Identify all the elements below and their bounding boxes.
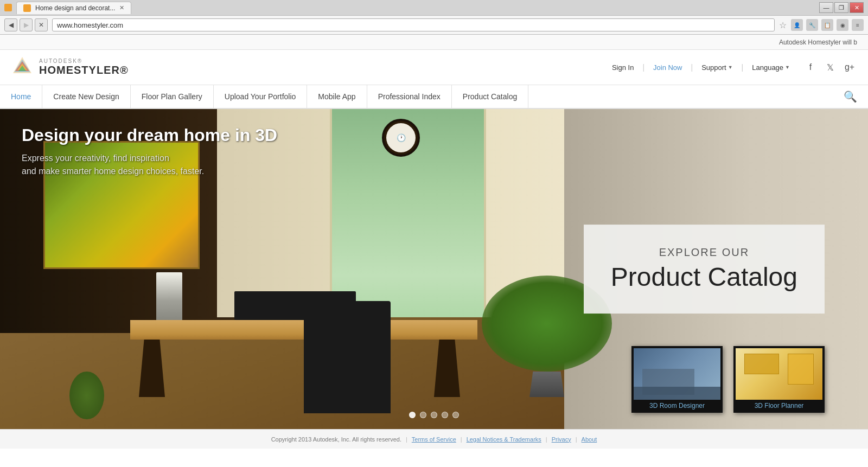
join-now-link[interactable]: Join Now <box>653 63 682 72</box>
dot-1[interactable] <box>409 412 416 418</box>
nav-item-gallery[interactable]: Floor Plan Gallery <box>131 85 214 108</box>
browser-title-bar: Home design and decorat... ✕ — ❐ ✕ <box>0 0 868 15</box>
tab-favicon-inner <box>23 4 31 12</box>
browser-icons: 👤 🔧 📋 ◉ ≡ <box>791 19 864 31</box>
logo-autodesk: AUTODESK® <box>39 58 129 64</box>
address-input[interactable] <box>52 18 775 31</box>
site-nav: Home Create New Design Floor Plan Galler… <box>0 85 868 109</box>
small-plant <box>69 372 104 420</box>
browser-favicon <box>4 4 12 11</box>
tab-close-icon[interactable]: ✕ <box>119 4 124 11</box>
notification-bar: Autodesk Homestyler will b <box>0 35 868 50</box>
header-divider-1: | <box>642 63 644 72</box>
facebook-icon[interactable]: f <box>803 60 818 75</box>
bookmark-star-icon[interactable]: ☆ <box>779 20 787 30</box>
browser-icon-4[interactable]: ◉ <box>837 19 848 31</box>
thumbnail-room-img <box>634 348 720 400</box>
dot-2[interactable] <box>420 412 426 418</box>
minimize-button[interactable]: — <box>819 2 833 13</box>
support-label: Support <box>701 63 726 72</box>
tab-title: Home design and decorat... <box>35 4 115 12</box>
dot-3[interactable] <box>431 412 437 418</box>
thumbnail-floor-label: 3D Floor Planner <box>736 400 822 411</box>
hero-text-overlay: Design your dream home in 3D Express you… <box>22 125 277 178</box>
active-tab[interactable]: Home design and decorat... ✕ <box>16 2 131 14</box>
support-dropdown-arrow: ▼ <box>728 65 733 70</box>
hero-subline1: Express your creativity, find inspiratio… <box>22 152 277 165</box>
thumbnail-floor-img <box>736 348 822 400</box>
site-header: AUTODESK® HOMESTYLER® Sign In | Join Now… <box>0 50 868 85</box>
logo-area: AUTODESK® HOMESTYLER® <box>11 56 129 79</box>
catalog-title: Product Catalog <box>611 263 797 292</box>
close-button[interactable]: ✕ <box>850 2 864 13</box>
nav-item-create[interactable]: Create New Design <box>42 85 130 108</box>
nav-item-mobile[interactable]: Mobile App <box>307 85 367 108</box>
reload-button[interactable]: ✕ <box>35 18 48 31</box>
notification-text: Autodesk Homestyler will b <box>779 39 857 46</box>
dots-pagination <box>409 412 459 418</box>
site-footer: Copyright 2013 Autodesk, Inc. All rights… <box>0 429 868 449</box>
footer-divider-3: | <box>546 436 547 443</box>
logo-icon <box>11 56 34 79</box>
nav-buttons: ◀ ▶ ✕ <box>4 18 48 31</box>
catalog-overlay: EXPLORE OUR Product Catalog <box>584 225 825 314</box>
window-controls: — ❐ ✕ <box>819 2 864 13</box>
logo-text-area: AUTODESK® HOMESTYLER® <box>39 58 129 76</box>
nav-item-professional[interactable]: Professional Index <box>367 85 452 108</box>
thumbnail-room-label: 3D Room Designer <box>634 400 720 411</box>
nav-item-catalog[interactable]: Product Catalog <box>452 85 528 108</box>
plant-pot-el <box>529 372 564 397</box>
browser-icon-5[interactable]: ≡ <box>852 19 864 31</box>
back-button[interactable]: ◀ <box>4 18 17 31</box>
wall-clock: 🕐 <box>382 119 420 157</box>
language-label: Language <box>752 63 783 72</box>
address-bar-row: ◀ ▶ ✕ ☆ 👤 🔧 📋 ◉ ≡ <box>0 15 868 35</box>
social-icons: f 𝕏 g+ <box>803 60 857 75</box>
header-divider-3: | <box>742 63 744 72</box>
about-link[interactable]: About <box>582 436 597 443</box>
hero-subline2: and make smarter home design choices, fa… <box>22 165 277 178</box>
hero-section: 🕐 Design your dream home in 3D Express y… <box>0 109 868 429</box>
thumbnail-floor-planner[interactable]: 3D Floor Planner <box>733 346 825 413</box>
header-right: Sign In | Join Now | Support ▼ | Languag… <box>612 60 857 75</box>
nav-item-home[interactable]: Home <box>11 85 42 108</box>
lamp <box>156 272 182 321</box>
footer-divider-2: | <box>461 436 462 443</box>
legal-link[interactable]: Legal Notices & Trademarks <box>467 436 541 443</box>
thumbnail-room-designer[interactable]: 3D Room Designer <box>631 346 723 413</box>
dot-4[interactable] <box>442 412 448 418</box>
forward-button[interactable]: ▶ <box>20 18 33 31</box>
nav-item-portfolio[interactable]: Upload Your Portfolio <box>214 85 308 108</box>
footer-divider-4: | <box>576 436 577 443</box>
browser-icon-3[interactable]: 📋 <box>821 19 833 31</box>
support-dropdown[interactable]: Support ▼ <box>701 63 732 72</box>
footer-divider-1: | <box>406 436 407 443</box>
browser-icon-1[interactable]: 👤 <box>791 19 803 31</box>
explore-label: EXPLORE OUR <box>611 246 797 259</box>
sign-in-link[interactable]: Sign In <box>612 63 634 72</box>
search-icon[interactable]: 🔍 <box>844 90 857 103</box>
header-divider-2: | <box>691 63 693 72</box>
privacy-link[interactable]: Privacy <box>552 436 571 443</box>
language-dropdown[interactable]: Language ▼ <box>752 63 790 72</box>
chair <box>304 301 391 413</box>
language-dropdown-arrow: ▼ <box>785 65 790 70</box>
thumbnails-bar: 3D Room Designer 3D Floor Planner <box>631 346 825 413</box>
logo-brand: HOMESTYLER® <box>39 64 129 76</box>
dot-5[interactable] <box>452 412 459 418</box>
maximize-button[interactable]: ❐ <box>834 2 848 13</box>
copyright-text: Copyright 2013 Autodesk, Inc. All rights… <box>271 436 401 443</box>
terms-link[interactable]: Terms of Service <box>412 436 456 443</box>
site-wrapper: Autodesk Homestyler will b AUTODESK® HOM… <box>0 35 868 449</box>
googleplus-icon[interactable]: g+ <box>842 60 857 75</box>
twitter-icon[interactable]: 𝕏 <box>822 60 838 75</box>
hero-headline: Design your dream home in 3D <box>22 125 277 145</box>
browser-icon-2[interactable]: 🔧 <box>806 19 818 31</box>
tab-bar: Home design and decorat... ✕ <box>16 2 815 14</box>
